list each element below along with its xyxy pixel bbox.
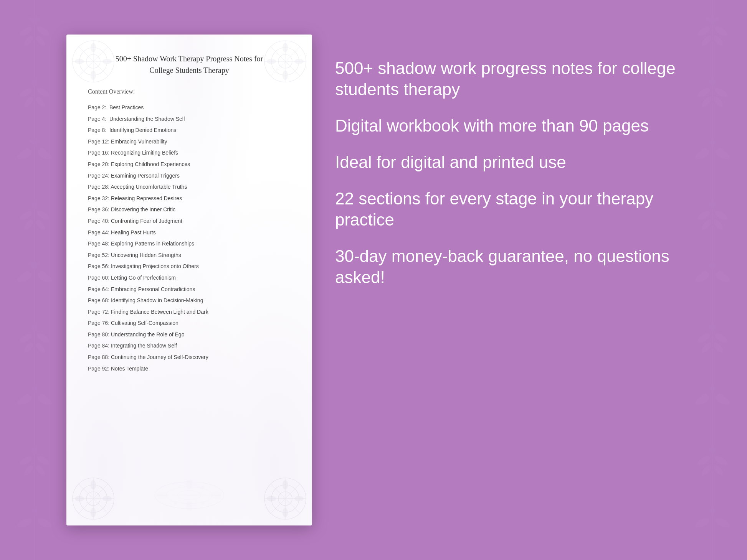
svg-point-68 — [714, 209, 729, 221]
toc-item: Page 24: Examining Personal Triggers — [88, 170, 291, 182]
svg-point-127 — [75, 496, 84, 501]
svg-point-106 — [102, 59, 112, 64]
toc-page-number: Page 92: — [88, 365, 109, 373]
svg-point-93 — [714, 517, 731, 529]
svg-point-45 — [35, 464, 46, 477]
toc-item: Page 16: Recognizing Limiting Beliefs — [88, 147, 291, 159]
toc-title: Notes Template — [109, 366, 148, 372]
svg-point-2 — [36, 25, 51, 37]
svg-point-104 — [91, 71, 96, 80]
doc-bottom-center-decoration — [151, 480, 228, 518]
toc-title: Finding Balance Between Light and Dark — [109, 309, 208, 315]
svg-point-89 — [696, 455, 711, 467]
toc-item: Page 52: Uncovering Hidden Strengths — [88, 250, 291, 261]
svg-point-32 — [18, 332, 33, 344]
svg-point-46 — [31, 448, 38, 454]
svg-point-6 — [28, 17, 32, 21]
svg-point-150 — [174, 501, 178, 505]
svg-point-144 — [186, 480, 192, 489]
svg-point-23 — [35, 218, 46, 231]
svg-point-78 — [714, 332, 729, 344]
svg-point-12 — [31, 79, 38, 86]
svg-point-10 — [23, 96, 35, 109]
toc-item: Page 92: Notes Template — [88, 363, 291, 375]
svg-point-43 — [36, 455, 51, 467]
svg-point-81 — [701, 341, 712, 354]
doc-corner-bl-decoration — [70, 476, 116, 522]
svg-point-20 — [18, 209, 33, 221]
svg-point-53 — [712, 34, 724, 47]
svg-point-94 — [694, 517, 711, 529]
toc-item: Page 80: Understanding the Role of Ego — [88, 329, 291, 341]
svg-point-116 — [294, 59, 304, 64]
svg-point-126 — [91, 480, 96, 489]
toc-page-number: Page 44: — [88, 229, 109, 237]
toc-title: Examining Personal Triggers — [109, 173, 180, 179]
toc-title: Best Practices — [108, 104, 144, 110]
svg-point-149 — [201, 486, 205, 489]
svg-point-44 — [23, 464, 35, 477]
svg-point-33 — [36, 332, 51, 344]
toc-item: Page 76: Cultivating Self-Compassion — [88, 318, 291, 329]
table-of-contents: Page 2: Best PracticesPage 4: Understand… — [88, 102, 291, 374]
toc-title: Confronting Fear of Judgment — [109, 218, 182, 224]
toc-item: Page 20: Exploring Childhood Experiences — [88, 159, 291, 170]
toc-title: Understanding the Role of Ego — [109, 331, 184, 338]
toc-page-number: Page 4: — [88, 115, 108, 123]
toc-page-number: Page 28: — [88, 183, 109, 191]
svg-point-19 — [37, 140, 40, 143]
toc-item: Page 56: Investigating Projections onto … — [88, 261, 291, 272]
svg-point-21 — [36, 209, 51, 221]
svg-point-79 — [696, 332, 711, 344]
toc-title: Embracing Personal Contradictions — [109, 286, 195, 292]
svg-point-105 — [75, 59, 84, 64]
svg-point-48 — [36, 517, 53, 529]
toc-page-number: Page 84: — [88, 342, 109, 350]
doc-corner-tl-decoration — [70, 38, 116, 84]
toc-item: Page 32: Releasing Repressed Desires — [88, 193, 291, 204]
toc-title: Recognizing Limiting Beliefs — [109, 150, 178, 156]
svg-point-42 — [18, 455, 33, 467]
toc-title: Cultivating Self-Compassion — [109, 320, 178, 326]
feature-item-3: Ideal for digital and printed use — [335, 152, 681, 173]
toc-item: Page 60: Letting Go of Perfectionism — [88, 272, 291, 284]
svg-point-91 — [701, 464, 712, 477]
svg-point-71 — [701, 218, 712, 231]
toc-title: Understanding the Shadow Self — [108, 116, 185, 122]
main-content: 500+ Shadow Work Therapy Progress Notes … — [66, 19, 681, 541]
toc-title: Identifying Shadow in Decision-Making — [109, 297, 203, 303]
floral-right-decoration — [678, 0, 747, 560]
toc-item: Page 40: Confronting Fear of Judgment — [88, 216, 291, 227]
svg-point-9 — [36, 86, 51, 99]
doc-corner-br-decoration — [262, 476, 308, 522]
svg-point-54 — [701, 34, 712, 47]
svg-point-7 — [37, 17, 41, 21]
toc-title: Integrating the Shadow Self — [109, 343, 177, 349]
svg-point-30 — [28, 262, 32, 265]
toc-item: Page 72: Finding Balance Between Light a… — [88, 306, 291, 318]
svg-point-57 — [706, 17, 710, 21]
svg-point-117 — [267, 59, 276, 64]
svg-point-36 — [31, 325, 38, 331]
toc-title: Exploring Patterns in Relationships — [109, 240, 194, 247]
svg-point-52 — [696, 25, 711, 37]
svg-point-4 — [35, 34, 46, 47]
toc-page-number: Page 32: — [88, 195, 109, 203]
svg-point-137 — [283, 480, 288, 489]
svg-point-82 — [709, 325, 716, 331]
toc-page-number: Page 48: — [88, 240, 109, 248]
feature-item-5: 30-day money-back guarantee, no question… — [335, 245, 681, 288]
svg-point-29 — [31, 262, 38, 269]
toc-item: Page 84: Integrating the Shadow Self — [88, 340, 291, 352]
toc-page-number: Page 20: — [88, 161, 109, 168]
toc-title: Investigating Projections onto Others — [109, 263, 199, 269]
svg-point-146 — [157, 492, 168, 498]
toc-page-number: Page 72: — [88, 308, 109, 316]
toc-page-number: Page 56: — [88, 263, 109, 270]
toc-item: Page 48: Exploring Patterns in Relations… — [88, 238, 291, 250]
svg-point-90 — [712, 464, 724, 477]
svg-point-67 — [710, 140, 715, 145]
toc-page-number: Page 40: — [88, 217, 109, 225]
svg-point-72 — [709, 202, 716, 208]
toc-page-number: Page 76: — [88, 320, 109, 327]
